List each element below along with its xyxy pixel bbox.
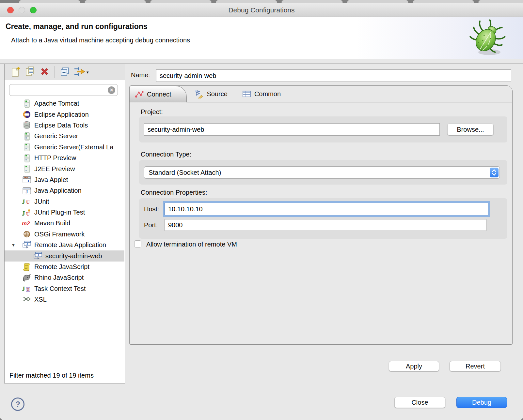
clear-circle-icon[interactable]: ✕	[108, 86, 115, 94]
common-icon	[242, 90, 251, 98]
delete-configuration-button[interactable]	[38, 66, 52, 79]
tree-item-label: XSL	[34, 296, 47, 303]
host-input[interactable]	[165, 203, 488, 215]
duplicate-configuration-button[interactable]	[23, 66, 38, 79]
server-icon	[22, 99, 32, 108]
svg-text:U: U	[26, 200, 30, 205]
tree-item-label: Maven Build	[34, 219, 70, 227]
tree-item-apache-tomcat[interactable]: Apache Tomcat	[5, 98, 124, 109]
svg-text:J: J	[26, 242, 28, 246]
osgi-icon	[22, 230, 32, 238]
junit-plugin-icon: JU	[22, 208, 32, 217]
connection-type-select[interactable]: Standard (Socket Attach)	[144, 166, 500, 179]
tree-item-junit-plug-in-test[interactable]: JUJUnit Plug-in Test	[5, 207, 124, 218]
name-input[interactable]	[156, 69, 511, 82]
banner-title: Create, manage, and run configurations	[6, 22, 148, 31]
tree-item-remote-java-application[interactable]: ▼JRemote Java Application	[5, 240, 124, 250]
apply-button[interactable]: Apply	[389, 361, 439, 371]
tree-item-label: HTTP Preview	[34, 154, 76, 162]
minimize-window-icon	[19, 7, 25, 13]
eclipse-icon	[22, 110, 32, 119]
tree-item-http-preview[interactable]: HTTP Preview	[5, 153, 124, 163]
debug-button[interactable]: Debug	[456, 397, 507, 408]
filter-icon	[74, 67, 86, 78]
close-window-icon[interactable]	[7, 7, 14, 13]
close-button[interactable]: Close	[394, 397, 445, 408]
tree-item-task-context-test[interactable]: JUTask Context Test	[5, 283, 124, 294]
content-right-edge	[516, 64, 516, 383]
collapse-all-button[interactable]	[58, 66, 72, 79]
allow-termination-label: Allow termination of remote VM	[146, 241, 237, 248]
server-icon	[22, 143, 32, 151]
tree-item-security-admin-web[interactable]: Jsecurity-admin-web	[5, 250, 124, 261]
bug-icon	[467, 18, 507, 60]
connection-type-label: Connection Type:	[141, 151, 191, 158]
config-tree: Apache TomcatEclipse ApplicationEclipse …	[5, 98, 124, 366]
expander-triangle-icon[interactable]: ▼	[11, 242, 16, 248]
title-bar: Debug Configurations	[0, 3, 523, 17]
zoom-window-icon[interactable]	[30, 7, 37, 13]
toolbar-separator	[55, 66, 55, 78]
connect-tab-content: Project: Browse... Connection Type: Stan…	[130, 102, 512, 344]
tree-item-label: Remote Java Application	[34, 241, 106, 249]
svg-text:m2: m2	[22, 220, 30, 227]
tab-connect[interactable]: Connect	[129, 86, 187, 102]
port-label: Port:	[144, 221, 158, 229]
tree-item-remote-javascript[interactable]: Remote JavaScript	[5, 262, 124, 272]
tab-bar: ConnectSourceCommon	[130, 86, 512, 102]
banner-separator	[0, 63, 523, 64]
source-icon	[194, 90, 204, 98]
banner: Create, manage, and run configurations A…	[0, 17, 523, 59]
tree-item-rhino-javascript[interactable]: Rhino JavaScript	[5, 272, 124, 283]
browse-button[interactable]: Browse...	[447, 124, 494, 135]
tree-item-label: Apache Tomcat	[34, 100, 79, 107]
svg-text:J: J	[27, 178, 29, 183]
remote-java-icon: J	[33, 252, 43, 261]
tree-item-junit[interactable]: JUJUnit	[5, 196, 124, 207]
tree-item-label: Generic Server	[34, 132, 78, 140]
tab-label: Source	[207, 90, 228, 98]
tree-item-java-application[interactable]: JJava Application	[5, 185, 124, 196]
sidebar-toolbar: ▾	[5, 64, 125, 80]
svg-text:J: J	[25, 189, 28, 194]
window-title: Debug Configurations	[0, 3, 523, 17]
host-label: Host:	[144, 205, 159, 213]
tree-item-generic-server-external-la[interactable]: Generic Server(External La	[5, 142, 124, 153]
svg-text:J: J	[22, 210, 25, 217]
svg-text:J: J	[22, 285, 25, 292]
port-input[interactable]	[165, 219, 486, 231]
tab-source[interactable]: Source	[187, 86, 235, 102]
dropdown-caret-icon: ▾	[87, 70, 89, 75]
configurations-sidebar: ▾ ✕ Apache TomcatEclipse ApplicationEcli…	[4, 64, 125, 383]
tree-item-maven-build[interactable]: m2Maven Build	[5, 218, 124, 229]
project-input[interactable]	[144, 123, 440, 136]
filter-configurations-button[interactable]: ▾	[72, 66, 91, 79]
server-icon	[22, 154, 32, 162]
remote-js-icon	[22, 263, 32, 271]
svg-text:U: U	[26, 211, 30, 217]
tree-item-generic-server[interactable]: Generic Server	[5, 131, 124, 142]
tree-item-java-applet[interactable]: JJava Applet	[5, 174, 124, 185]
database-icon	[22, 121, 32, 129]
delete-icon	[40, 67, 50, 78]
tree-item-eclipse-data-tools[interactable]: Eclipse Data Tools	[5, 120, 124, 131]
rhino-icon	[22, 274, 32, 282]
tree-item-label: JUnit	[34, 198, 49, 205]
tree-item-label: JUnit Plug-in Test	[34, 209, 85, 216]
select-stepper-icon	[490, 168, 499, 177]
allow-termination-checkbox[interactable]	[134, 240, 141, 248]
tree-item-xsl[interactable]: XSL	[5, 294, 124, 305]
tree-item-osgi-framework[interactable]: OSGi Framework	[5, 229, 124, 240]
tree-item-label: Generic Server(External La	[34, 143, 113, 151]
tree-item-eclipse-application[interactable]: Eclipse Application	[5, 109, 124, 120]
tab-common[interactable]: Common	[235, 86, 288, 102]
tree-item-j2ee-preview[interactable]: J2EE Preview	[5, 163, 124, 174]
xsl-icon	[22, 296, 32, 303]
revert-button[interactable]: Revert	[450, 361, 501, 371]
footer-separator	[0, 384, 523, 384]
new-configuration-button[interactable]	[8, 66, 23, 79]
tree-item-label: Eclipse Application	[34, 111, 89, 118]
tab-folder: ConnectSourceCommon Project: Browse... C…	[129, 85, 513, 345]
filter-text-input[interactable]	[13, 85, 106, 95]
help-button[interactable]: ?	[11, 398, 24, 411]
